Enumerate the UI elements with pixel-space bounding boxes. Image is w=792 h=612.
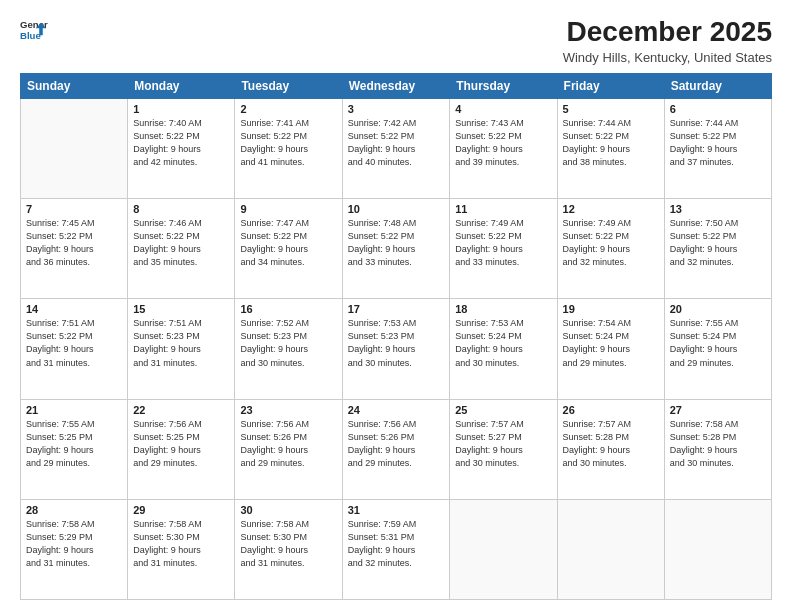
calendar-cell: 24Sunrise: 7:56 AM Sunset: 5:26 PM Dayli… bbox=[342, 399, 450, 499]
calendar-cell bbox=[21, 99, 128, 199]
day-number: 28 bbox=[26, 504, 122, 516]
calendar-cell: 8Sunrise: 7:46 AM Sunset: 5:22 PM Daylig… bbox=[128, 199, 235, 299]
calendar-cell: 14Sunrise: 7:51 AM Sunset: 5:22 PM Dayli… bbox=[21, 299, 128, 399]
calendar-cell bbox=[557, 499, 664, 599]
day-number: 7 bbox=[26, 203, 122, 215]
calendar-cell: 2Sunrise: 7:41 AM Sunset: 5:22 PM Daylig… bbox=[235, 99, 342, 199]
day-content: Sunrise: 7:51 AM Sunset: 5:23 PM Dayligh… bbox=[133, 317, 229, 369]
day-content: Sunrise: 7:57 AM Sunset: 5:28 PM Dayligh… bbox=[563, 418, 659, 470]
day-content: Sunrise: 7:55 AM Sunset: 5:25 PM Dayligh… bbox=[26, 418, 122, 470]
calendar-cell bbox=[664, 499, 771, 599]
calendar-cell: 28Sunrise: 7:58 AM Sunset: 5:29 PM Dayli… bbox=[21, 499, 128, 599]
day-content: Sunrise: 7:55 AM Sunset: 5:24 PM Dayligh… bbox=[670, 317, 766, 369]
calendar-cell: 16Sunrise: 7:52 AM Sunset: 5:23 PM Dayli… bbox=[235, 299, 342, 399]
day-content: Sunrise: 7:56 AM Sunset: 5:25 PM Dayligh… bbox=[133, 418, 229, 470]
calendar-cell: 27Sunrise: 7:58 AM Sunset: 5:28 PM Dayli… bbox=[664, 399, 771, 499]
calendar-cell: 20Sunrise: 7:55 AM Sunset: 5:24 PM Dayli… bbox=[664, 299, 771, 399]
calendar-header-row: Sunday Monday Tuesday Wednesday Thursday… bbox=[21, 74, 772, 99]
day-content: Sunrise: 7:56 AM Sunset: 5:26 PM Dayligh… bbox=[240, 418, 336, 470]
page: General Blue December 2025 Windy Hills, … bbox=[0, 0, 792, 612]
calendar-cell bbox=[450, 499, 557, 599]
title-block: December 2025 Windy Hills, Kentucky, Uni… bbox=[563, 16, 772, 65]
calendar-week-1: 1Sunrise: 7:40 AM Sunset: 5:22 PM Daylig… bbox=[21, 99, 772, 199]
day-content: Sunrise: 7:53 AM Sunset: 5:23 PM Dayligh… bbox=[348, 317, 445, 369]
day-content: Sunrise: 7:58 AM Sunset: 5:30 PM Dayligh… bbox=[133, 518, 229, 570]
day-content: Sunrise: 7:44 AM Sunset: 5:22 PM Dayligh… bbox=[563, 117, 659, 169]
day-number: 13 bbox=[670, 203, 766, 215]
day-content: Sunrise: 7:40 AM Sunset: 5:22 PM Dayligh… bbox=[133, 117, 229, 169]
logo-icon: General Blue bbox=[20, 16, 48, 44]
day-content: Sunrise: 7:57 AM Sunset: 5:27 PM Dayligh… bbox=[455, 418, 551, 470]
day-number: 6 bbox=[670, 103, 766, 115]
calendar-cell: 17Sunrise: 7:53 AM Sunset: 5:23 PM Dayli… bbox=[342, 299, 450, 399]
calendar-cell: 29Sunrise: 7:58 AM Sunset: 5:30 PM Dayli… bbox=[128, 499, 235, 599]
day-number: 8 bbox=[133, 203, 229, 215]
day-number: 9 bbox=[240, 203, 336, 215]
day-number: 27 bbox=[670, 404, 766, 416]
calendar-cell: 26Sunrise: 7:57 AM Sunset: 5:28 PM Dayli… bbox=[557, 399, 664, 499]
day-content: Sunrise: 7:46 AM Sunset: 5:22 PM Dayligh… bbox=[133, 217, 229, 269]
day-number: 15 bbox=[133, 303, 229, 315]
day-content: Sunrise: 7:58 AM Sunset: 5:29 PM Dayligh… bbox=[26, 518, 122, 570]
day-content: Sunrise: 7:53 AM Sunset: 5:24 PM Dayligh… bbox=[455, 317, 551, 369]
calendar-cell: 7Sunrise: 7:45 AM Sunset: 5:22 PM Daylig… bbox=[21, 199, 128, 299]
calendar-cell: 13Sunrise: 7:50 AM Sunset: 5:22 PM Dayli… bbox=[664, 199, 771, 299]
day-content: Sunrise: 7:45 AM Sunset: 5:22 PM Dayligh… bbox=[26, 217, 122, 269]
calendar-cell: 19Sunrise: 7:54 AM Sunset: 5:24 PM Dayli… bbox=[557, 299, 664, 399]
col-tuesday: Tuesday bbox=[235, 74, 342, 99]
svg-text:Blue: Blue bbox=[20, 30, 41, 41]
calendar-week-5: 28Sunrise: 7:58 AM Sunset: 5:29 PM Dayli… bbox=[21, 499, 772, 599]
day-number: 4 bbox=[455, 103, 551, 115]
day-number: 19 bbox=[563, 303, 659, 315]
calendar-cell: 10Sunrise: 7:48 AM Sunset: 5:22 PM Dayli… bbox=[342, 199, 450, 299]
col-friday: Friday bbox=[557, 74, 664, 99]
day-content: Sunrise: 7:56 AM Sunset: 5:26 PM Dayligh… bbox=[348, 418, 445, 470]
day-number: 5 bbox=[563, 103, 659, 115]
day-number: 3 bbox=[348, 103, 445, 115]
calendar-cell: 25Sunrise: 7:57 AM Sunset: 5:27 PM Dayli… bbox=[450, 399, 557, 499]
day-number: 1 bbox=[133, 103, 229, 115]
calendar-cell: 30Sunrise: 7:58 AM Sunset: 5:30 PM Dayli… bbox=[235, 499, 342, 599]
day-number: 29 bbox=[133, 504, 229, 516]
day-number: 30 bbox=[240, 504, 336, 516]
day-number: 24 bbox=[348, 404, 445, 416]
day-content: Sunrise: 7:49 AM Sunset: 5:22 PM Dayligh… bbox=[563, 217, 659, 269]
calendar-cell: 9Sunrise: 7:47 AM Sunset: 5:22 PM Daylig… bbox=[235, 199, 342, 299]
day-content: Sunrise: 7:42 AM Sunset: 5:22 PM Dayligh… bbox=[348, 117, 445, 169]
day-number: 23 bbox=[240, 404, 336, 416]
day-number: 20 bbox=[670, 303, 766, 315]
day-number: 14 bbox=[26, 303, 122, 315]
day-number: 18 bbox=[455, 303, 551, 315]
day-number: 17 bbox=[348, 303, 445, 315]
calendar-cell: 15Sunrise: 7:51 AM Sunset: 5:23 PM Dayli… bbox=[128, 299, 235, 399]
day-number: 12 bbox=[563, 203, 659, 215]
month-title: December 2025 bbox=[563, 16, 772, 48]
calendar-cell: 1Sunrise: 7:40 AM Sunset: 5:22 PM Daylig… bbox=[128, 99, 235, 199]
col-saturday: Saturday bbox=[664, 74, 771, 99]
calendar-cell: 5Sunrise: 7:44 AM Sunset: 5:22 PM Daylig… bbox=[557, 99, 664, 199]
day-number: 22 bbox=[133, 404, 229, 416]
calendar-cell: 23Sunrise: 7:56 AM Sunset: 5:26 PM Dayli… bbox=[235, 399, 342, 499]
calendar-week-2: 7Sunrise: 7:45 AM Sunset: 5:22 PM Daylig… bbox=[21, 199, 772, 299]
day-number: 26 bbox=[563, 404, 659, 416]
calendar-cell: 18Sunrise: 7:53 AM Sunset: 5:24 PM Dayli… bbox=[450, 299, 557, 399]
calendar-cell: 21Sunrise: 7:55 AM Sunset: 5:25 PM Dayli… bbox=[21, 399, 128, 499]
day-number: 21 bbox=[26, 404, 122, 416]
calendar-cell: 6Sunrise: 7:44 AM Sunset: 5:22 PM Daylig… bbox=[664, 99, 771, 199]
day-content: Sunrise: 7:58 AM Sunset: 5:30 PM Dayligh… bbox=[240, 518, 336, 570]
col-monday: Monday bbox=[128, 74, 235, 99]
location: Windy Hills, Kentucky, United States bbox=[563, 50, 772, 65]
calendar-week-4: 21Sunrise: 7:55 AM Sunset: 5:25 PM Dayli… bbox=[21, 399, 772, 499]
day-content: Sunrise: 7:59 AM Sunset: 5:31 PM Dayligh… bbox=[348, 518, 445, 570]
calendar-week-3: 14Sunrise: 7:51 AM Sunset: 5:22 PM Dayli… bbox=[21, 299, 772, 399]
col-sunday: Sunday bbox=[21, 74, 128, 99]
calendar-cell: 3Sunrise: 7:42 AM Sunset: 5:22 PM Daylig… bbox=[342, 99, 450, 199]
day-content: Sunrise: 7:52 AM Sunset: 5:23 PM Dayligh… bbox=[240, 317, 336, 369]
calendar-cell: 4Sunrise: 7:43 AM Sunset: 5:22 PM Daylig… bbox=[450, 99, 557, 199]
day-number: 2 bbox=[240, 103, 336, 115]
svg-text:General: General bbox=[20, 19, 48, 30]
day-number: 11 bbox=[455, 203, 551, 215]
col-wednesday: Wednesday bbox=[342, 74, 450, 99]
day-content: Sunrise: 7:58 AM Sunset: 5:28 PM Dayligh… bbox=[670, 418, 766, 470]
logo: General Blue bbox=[20, 16, 48, 44]
